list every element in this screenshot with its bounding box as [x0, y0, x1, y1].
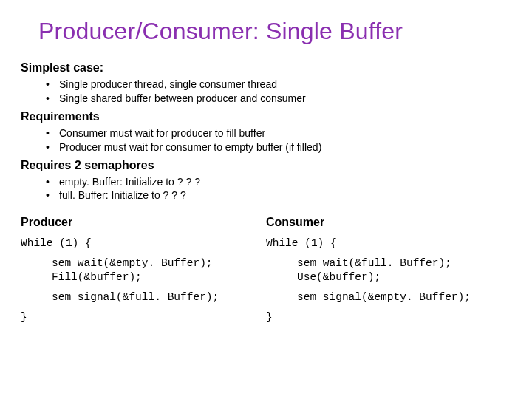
section-head-semaphores: Requires 2 semaphores [21, 159, 511, 172]
bullet-list-semaphores: empty. Buffer: Initialize to ? ? ? full.… [21, 175, 511, 203]
producer-head: Producer [21, 216, 266, 229]
consumer-head: Consumer [266, 216, 511, 229]
list-item: Producer must wait for consumer to empty… [21, 140, 511, 154]
list-item: full. Buffer: Initialize to ? ? ? [21, 188, 511, 202]
list-item: Single producer thread, single consumer … [21, 78, 511, 92]
consumer-column: Consumer While (1) { sem_wait(&full. Buf… [266, 216, 511, 324]
code-columns: Producer While (1) { sem_wait(&empty. Bu… [21, 216, 511, 324]
slide: Producer/Consumer: Single Buffer Simples… [0, 0, 532, 399]
code-line: Use(&buffer); [297, 270, 511, 284]
code-block: sem_signal(&full. Buffer); [21, 290, 266, 304]
code-line: sem_wait(&empty. Buffer); [52, 256, 266, 270]
code-block: sem_signal(&empty. Buffer); [266, 290, 511, 304]
producer-column: Producer While (1) { sem_wait(&empty. Bu… [21, 216, 266, 324]
bullet-list-simplest: Single producer thread, single consumer … [21, 78, 511, 106]
page-title: Producer/Consumer: Single Buffer [38, 18, 511, 45]
code-block: sem_wait(&empty. Buffer); Fill(&buffer); [21, 256, 266, 284]
code-line: } [21, 310, 266, 324]
section-head-requirements: Requirements [21, 110, 511, 123]
list-item: empty. Buffer: Initialize to ? ? ? [21, 175, 511, 189]
code-line: sem_signal(&empty. Buffer); [297, 290, 511, 304]
list-item: Consumer must wait for producer to fill … [21, 126, 511, 140]
code-line: While (1) { [266, 236, 511, 250]
section-head-simplest: Simplest case: [21, 61, 511, 75]
code-line: } [266, 310, 511, 324]
code-line: sem_signal(&full. Buffer); [52, 290, 266, 304]
code-line: sem_wait(&full. Buffer); [297, 256, 511, 270]
code-line: While (1) { [21, 236, 266, 250]
bullet-list-requirements: Consumer must wait for producer to fill … [21, 126, 511, 154]
code-block: sem_wait(&full. Buffer); Use(&buffer); [266, 256, 511, 284]
code-line: Fill(&buffer); [52, 270, 266, 284]
list-item: Single shared buffer between producer an… [21, 92, 511, 106]
